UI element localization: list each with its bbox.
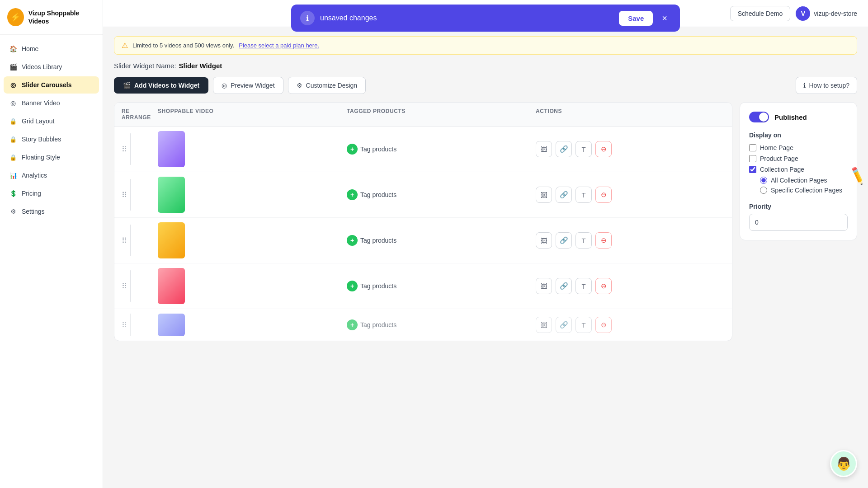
row-divider bbox=[130, 133, 131, 165]
home-page-label: Home Page bbox=[760, 144, 793, 151]
display-on-section: Display on Home Page Product Page Collec… bbox=[749, 131, 848, 194]
collection-page-row: Collection Page bbox=[749, 166, 848, 173]
sidebar-item-label: Settings bbox=[22, 208, 45, 215]
drag-handle[interactable]: ⠿ bbox=[122, 133, 158, 165]
sidebar-item-label: Story Bubbles bbox=[22, 136, 61, 143]
text-action-button[interactable]: T bbox=[576, 187, 592, 203]
link-action-button[interactable]: 🔗 bbox=[556, 187, 572, 203]
link-action-button[interactable]: 🔗 bbox=[556, 141, 572, 157]
preview-widget-button[interactable]: ◎ Preview Widget bbox=[213, 77, 283, 94]
add-videos-button[interactable]: 🎬 Add Videos to Widget bbox=[114, 77, 208, 94]
delete-action-button[interactable]: ⊖ bbox=[595, 187, 612, 203]
image-action-button[interactable]: 🖼 bbox=[536, 232, 552, 249]
priority-section: Priority bbox=[749, 203, 848, 231]
sidebar-item-grid-layout[interactable]: 🔒 Grid Layout bbox=[4, 113, 99, 130]
banner-close-button[interactable]: × bbox=[658, 11, 671, 25]
sidebar-item-story-bubbles[interactable]: 🔒 Story Bubbles bbox=[4, 131, 99, 148]
drag-handle[interactable]: ⠿ bbox=[122, 179, 158, 211]
plus-icon: + bbox=[347, 144, 358, 155]
col-shoppable-video: SHOPPABLE VIDEO bbox=[158, 108, 347, 121]
priority-input[interactable] bbox=[749, 214, 848, 231]
sidebar-item-home[interactable]: 🏠 Home bbox=[4, 40, 99, 57]
lock-icon: 🔒 bbox=[9, 135, 17, 143]
home-page-checkbox[interactable] bbox=[749, 144, 756, 151]
sidebar-item-slider-carousels[interactable]: ◎ Slider Carousels bbox=[4, 76, 99, 94]
image-action-button[interactable]: 🖼 bbox=[536, 141, 552, 157]
delete-action-button[interactable]: ⊖ bbox=[595, 232, 612, 249]
published-row: Published bbox=[749, 112, 848, 122]
published-toggle[interactable] bbox=[749, 112, 769, 122]
tag-products-button[interactable]: + Tag products bbox=[347, 281, 396, 291]
tag-products-button[interactable]: + Tag products bbox=[347, 189, 396, 200]
link-action-button[interactable]: 🔗 bbox=[556, 317, 572, 333]
sidebar-item-label: Home bbox=[22, 45, 38, 52]
action-buttons: 🖼 🔗 T ⊖ bbox=[536, 187, 725, 203]
col-actions: ACTIONS bbox=[536, 108, 725, 121]
plus-icon: + bbox=[347, 189, 358, 200]
video-thumbnail bbox=[158, 177, 185, 213]
plus-icon: + bbox=[347, 235, 358, 246]
link-action-button[interactable]: 🔗 bbox=[556, 232, 572, 249]
all-collections-label: All Collection Pages bbox=[771, 177, 827, 184]
lock-icon: 🔒 bbox=[9, 153, 17, 161]
banner-save-button[interactable]: Save bbox=[619, 11, 653, 26]
slider-icon: ◎ bbox=[9, 81, 17, 89]
sidebar-item-pricing[interactable]: 💲 Pricing bbox=[4, 185, 99, 202]
priority-label: Priority bbox=[749, 203, 848, 210]
drag-handle[interactable]: ⠿ bbox=[122, 314, 158, 336]
video-thumbnail-cell bbox=[158, 268, 347, 304]
table-header: RE ARRANGE SHOPPABLE VIDEO TAGGED PRODUC… bbox=[114, 103, 732, 127]
delete-action-button[interactable]: ⊖ bbox=[595, 141, 612, 157]
text-action-button[interactable]: T bbox=[576, 232, 592, 249]
collection-page-checkbox[interactable] bbox=[749, 166, 756, 173]
display-on-title: Display on bbox=[749, 131, 848, 139]
image-action-button[interactable]: 🖼 bbox=[536, 187, 552, 203]
link-action-button[interactable]: 🔗 bbox=[556, 278, 572, 294]
customize-design-button[interactable]: ⚙ Customize Design bbox=[288, 77, 366, 94]
text-action-button[interactable]: T bbox=[576, 278, 592, 294]
sidebar-item-analytics[interactable]: 📊 Analytics bbox=[4, 167, 99, 184]
image-action-button[interactable]: 🖼 bbox=[536, 278, 552, 294]
widget-name-label: Slider Widget Name: bbox=[114, 62, 176, 70]
warning-bar: ⚠ Limited to 5 videos and 500 views only… bbox=[114, 36, 857, 55]
all-collections-radio[interactable] bbox=[760, 177, 767, 184]
drag-dots-icon: ⠿ bbox=[122, 236, 127, 245]
drag-handle[interactable]: ⠿ bbox=[122, 270, 158, 302]
warning-text: Limited to 5 videos and 500 views only. bbox=[132, 42, 234, 49]
unsaved-banner: ℹ unsaved changes Save × bbox=[291, 5, 680, 32]
row-divider bbox=[130, 225, 131, 256]
table-row: ⠿ + Tag products 🖼 🔗 bbox=[114, 309, 732, 341]
table-row: ⠿ + Tag products 🖼 🔗 bbox=[114, 218, 732, 263]
banner-info-icon: ℹ bbox=[300, 11, 315, 25]
delete-action-button[interactable]: ⊖ bbox=[595, 278, 612, 294]
tag-products-button[interactable]: + Tag products bbox=[347, 144, 396, 155]
upgrade-link[interactable]: Please select a paid plan here. bbox=[239, 42, 319, 49]
sidebar-item-banner-video[interactable]: ◎ Banner Video bbox=[4, 94, 99, 112]
schedule-demo-button[interactable]: Schedule Demo bbox=[730, 6, 791, 21]
sidebar-item-settings[interactable]: ⚙ Settings bbox=[4, 203, 99, 220]
text-action-button[interactable]: T bbox=[576, 317, 592, 333]
how-to-button[interactable]: ℹ How to setup? bbox=[796, 77, 858, 94]
preview-icon: ◎ bbox=[222, 82, 227, 89]
sidebar-item-label: Videos Library bbox=[22, 63, 62, 70]
sidebar-item-label: Floating Style bbox=[22, 154, 60, 161]
specific-collections-label: Specific Collection Pages bbox=[771, 187, 842, 194]
image-action-button[interactable]: 🖼 bbox=[536, 317, 552, 333]
tag-products-button[interactable]: + Tag products bbox=[347, 235, 396, 246]
text-action-button[interactable]: T bbox=[576, 141, 592, 157]
lock-icon: 🔒 bbox=[9, 117, 17, 125]
specific-collections-row: Specific Collection Pages bbox=[760, 187, 848, 194]
product-page-checkbox[interactable] bbox=[749, 155, 756, 162]
support-avatar[interactable]: 👨 bbox=[830, 450, 857, 477]
video-thumbnail bbox=[158, 131, 185, 167]
widget-name-value: Slider Widget bbox=[179, 62, 222, 70]
drag-handle[interactable]: ⠿ bbox=[122, 225, 158, 256]
tag-products-button[interactable]: + Tag products bbox=[347, 319, 396, 330]
specific-collections-radio[interactable] bbox=[760, 187, 767, 194]
sidebar-item-floating-style[interactable]: 🔒 Floating Style bbox=[4, 149, 99, 166]
video-thumbnail bbox=[158, 222, 185, 258]
col-rearrange: RE ARRANGE bbox=[122, 108, 158, 121]
product-page-row: Product Page bbox=[749, 155, 848, 162]
sidebar-item-videos-library[interactable]: 🎬 Videos Library bbox=[4, 58, 99, 75]
delete-action-button[interactable]: ⊖ bbox=[595, 317, 612, 333]
